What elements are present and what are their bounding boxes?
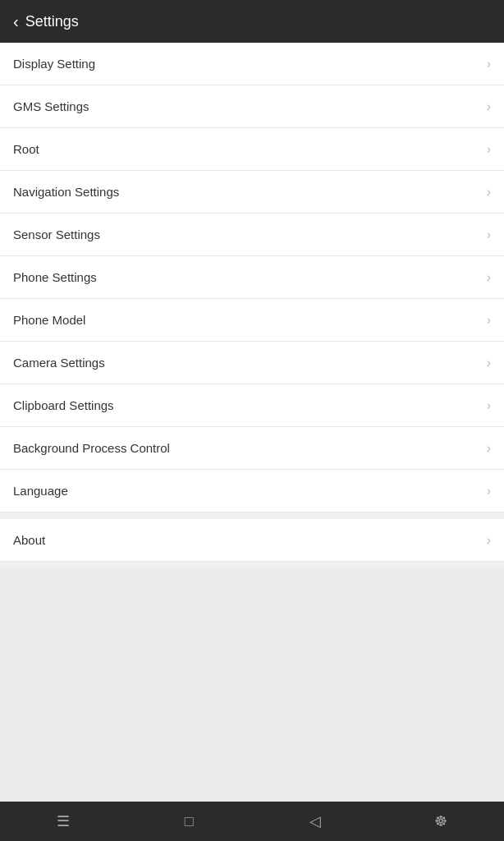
chevron-right-icon-background-process-control: › [487,441,491,456]
chevron-right-icon-display-setting: › [487,57,491,71]
chevron-right-icon-language: › [487,484,491,499]
settings-item-label-about: About [13,533,45,547]
settings-item-root[interactable]: Root› [0,128,504,171]
settings-item-phone-model[interactable]: Phone Model› [0,299,504,342]
header: ‹ Settings [0,0,504,43]
settings-item-phone-settings[interactable]: Phone Settings› [0,256,504,299]
settings-item-background-process-control[interactable]: Background Process Control› [0,427,504,470]
settings-item-navigation-settings[interactable]: Navigation Settings› [0,171,504,214]
settings-item-label-phone-settings: Phone Settings [13,270,97,284]
settings-item-label-background-process-control: Background Process Control [13,441,170,455]
settings-item-clipboard-settings[interactable]: Clipboard Settings› [0,384,504,427]
settings-item-gms-settings[interactable]: GMS Settings› [0,85,504,128]
chevron-right-icon-about: › [487,533,491,548]
settings-item-camera-settings[interactable]: Camera Settings› [0,342,504,384]
chevron-right-icon-phone-model: › [487,313,491,328]
header-title: Settings [25,13,79,30]
settings-item-label-display-setting: Display Setting [13,57,95,71]
settings-item-sensor-settings[interactable]: Sensor Settings› [0,214,504,256]
gray-area [0,568,504,841]
chevron-right-icon-clipboard-settings: › [487,398,491,413]
chevron-right-icon-root: › [487,142,491,157]
settings-item-label-root: Root [13,142,39,156]
settings-item-language[interactable]: Language› [0,470,504,512]
settings-item-label-language: Language [13,484,68,498]
settings-item-label-camera-settings: Camera Settings [13,356,105,370]
settings-item-label-phone-model: Phone Model [13,313,85,327]
back-icon[interactable]: ‹ [13,12,19,31]
chevron-right-icon-navigation-settings: › [487,185,491,200]
settings-item-display-setting[interactable]: Display Setting› [0,43,504,85]
back-nav-icon[interactable]: ◁ [296,802,335,841]
settings-item-label-sensor-settings: Sensor Settings [13,227,100,241]
chevron-right-icon-camera-settings: › [487,356,491,370]
home-icon[interactable]: □ [169,802,208,841]
settings-secondary-group: About› [0,519,504,562]
settings-item-label-clipboard-settings: Clipboard Settings [13,398,114,412]
accessibility-icon[interactable]: ☸ [421,802,460,841]
bottom-navigation: ☰ □ ◁ ☸ [0,802,504,841]
settings-item-label-gms-settings: GMS Settings [13,99,89,113]
settings-item-about[interactable]: About› [0,519,504,562]
chevron-right-icon-phone-settings: › [487,270,491,285]
chevron-right-icon-sensor-settings: › [487,227,491,242]
menu-icon[interactable]: ☰ [44,802,83,841]
chevron-right-icon-gms-settings: › [487,99,491,114]
settings-item-label-navigation-settings: Navigation Settings [13,185,119,199]
settings-main-group: Display Setting›GMS Settings›Root›Naviga… [0,43,504,512]
